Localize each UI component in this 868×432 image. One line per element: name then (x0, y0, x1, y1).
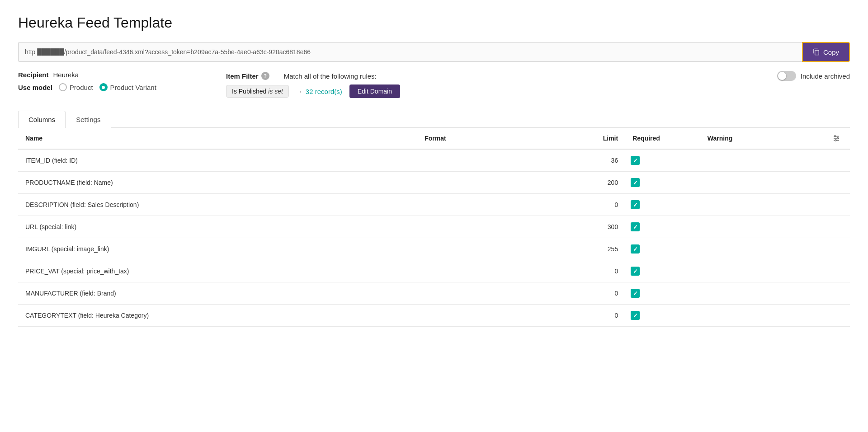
cell-name-1: PRODUCTNAME (field: Name) (18, 172, 417, 194)
col-header-warning: Warning (700, 128, 825, 149)
cell-required-2: ✓ (625, 194, 700, 216)
cell-limit-0: 36 (567, 149, 625, 172)
checkbox-required-7[interactable]: ✓ (631, 311, 640, 320)
cell-settings-7 (825, 305, 850, 327)
recipient-label: Recipient (18, 71, 49, 79)
cell-warning-7 (700, 305, 825, 327)
match-text: Match all of the following rules: (284, 72, 377, 80)
checkbox-required-1[interactable]: ✓ (631, 178, 640, 187)
cell-required-5: ✓ (625, 260, 700, 282)
recipient-value: Heureka (53, 71, 79, 79)
copy-icon (813, 48, 820, 56)
radio-inner-product-variant (102, 86, 105, 89)
cell-warning-0 (700, 149, 825, 172)
cell-required-0: ✓ (625, 149, 700, 172)
cell-limit-4: 255 (567, 238, 625, 260)
item-filter-header: Item Filter ? Match all of the following… (226, 71, 850, 81)
cell-warning-2 (700, 194, 825, 216)
col-header-format: Format (417, 128, 567, 149)
col-header-limit: Limit (567, 128, 625, 149)
col-header-name: Name (18, 128, 417, 149)
arrow-right-icon: → (296, 88, 303, 95)
table-row: PRICE_VAT (special: price_with_tax) 0 ✓ (18, 260, 850, 282)
rule-condition: is set (268, 88, 283, 95)
checkbox-required-2[interactable]: ✓ (631, 200, 640, 209)
table-body: ITEM_ID (field: ID) 36 ✓ PRODUCTNAME (fi… (18, 149, 850, 327)
cell-warning-3 (700, 216, 825, 238)
use-model-label: Use model (18, 84, 52, 91)
checkbox-required-3[interactable]: ✓ (631, 222, 640, 231)
settings-sliders-icon (832, 134, 840, 142)
table-row: DESCRIPTION (field: Sales Description) 0… (18, 194, 850, 216)
table-row: URL (special: link) 300 ✓ (18, 216, 850, 238)
rule-label: Is Published (232, 88, 266, 95)
page-title: Heureka Feed Template (18, 14, 850, 31)
table-settings-button[interactable] (832, 134, 840, 142)
cell-warning-4 (700, 238, 825, 260)
svg-point-4 (837, 138, 838, 139)
cell-name-6: MANUFACTURER (field: Brand) (18, 282, 417, 305)
cell-limit-6: 0 (567, 282, 625, 305)
cell-required-4: ✓ (625, 238, 700, 260)
cell-settings-2 (825, 194, 850, 216)
cell-settings-1 (825, 172, 850, 194)
cell-limit-7: 0 (567, 305, 625, 327)
cell-settings-4 (825, 238, 850, 260)
help-badge[interactable]: ? (261, 72, 269, 80)
cell-limit-5: 0 (567, 260, 625, 282)
url-input[interactable] (18, 42, 802, 62)
page-container: Heureka Feed Template Copy Recipient Heu… (0, 0, 868, 345)
cell-name-7: CATEGORYTEXT (field: Heureka Category) (18, 305, 417, 327)
records-link[interactable]: → 32 record(s) (296, 88, 342, 95)
cell-format-3 (417, 216, 567, 238)
item-filter-label-group: Item Filter ? (226, 72, 269, 80)
cell-required-1: ✓ (625, 172, 700, 194)
checkbox-required-0[interactable]: ✓ (631, 156, 640, 165)
cell-required-3: ✓ (625, 216, 700, 238)
cell-format-0 (417, 149, 567, 172)
recipient-row: Recipient Heureka (18, 71, 226, 79)
table-row: PRODUCTNAME (field: Name) 200 ✓ (18, 172, 850, 194)
columns-table: Name Format Limit Required Warning (18, 128, 850, 327)
checkbox-required-4[interactable]: ✓ (631, 244, 640, 254)
copy-button[interactable]: Copy (802, 42, 850, 62)
include-archived-label: Include archived (801, 72, 850, 80)
cell-format-5 (417, 260, 567, 282)
radio-label-product: Product (70, 84, 93, 91)
tab-columns[interactable]: Columns (18, 111, 66, 128)
radio-product[interactable]: Product (59, 83, 93, 91)
cell-settings-3 (825, 216, 850, 238)
table-header-row: Name Format Limit Required Warning (18, 128, 850, 149)
include-archived-toggle[interactable] (777, 71, 796, 81)
filter-rules-row: Is Published is set → 32 record(s) Edit … (226, 85, 850, 98)
include-archived-row: Include archived (777, 71, 850, 81)
meta-left: Recipient Heureka Use model Product Prod… (18, 71, 226, 91)
cell-format-1 (417, 172, 567, 194)
cell-settings-0 (825, 149, 850, 172)
radio-product-variant[interactable]: Product Variant (99, 83, 156, 91)
cell-settings-5 (825, 260, 850, 282)
meta-right: Item Filter ? Match all of the following… (226, 71, 850, 98)
cell-required-6: ✓ (625, 282, 700, 305)
cell-warning-1 (700, 172, 825, 194)
cell-warning-6 (700, 282, 825, 305)
svg-point-3 (834, 136, 835, 137)
cell-name-3: URL (special: link) (18, 216, 417, 238)
cell-format-2 (417, 194, 567, 216)
edit-domain-button[interactable]: Edit Domain (349, 85, 400, 98)
cell-required-7: ✓ (625, 305, 700, 327)
cell-settings-6 (825, 282, 850, 305)
url-row: Copy (18, 42, 850, 62)
radio-label-product-variant: Product Variant (110, 84, 156, 91)
tab-settings[interactable]: Settings (66, 111, 111, 128)
toggle-knob (778, 72, 786, 80)
use-model-row: Use model Product Product Variant (18, 83, 226, 91)
cell-warning-5 (700, 260, 825, 282)
checkbox-required-5[interactable]: ✓ (631, 267, 640, 276)
cell-limit-2: 0 (567, 194, 625, 216)
radio-circle-product-variant (99, 83, 108, 91)
checkbox-required-6[interactable]: ✓ (631, 289, 640, 298)
cell-limit-1: 200 (567, 172, 625, 194)
is-published-badge[interactable]: Is Published is set (226, 85, 289, 98)
svg-point-5 (835, 140, 836, 141)
